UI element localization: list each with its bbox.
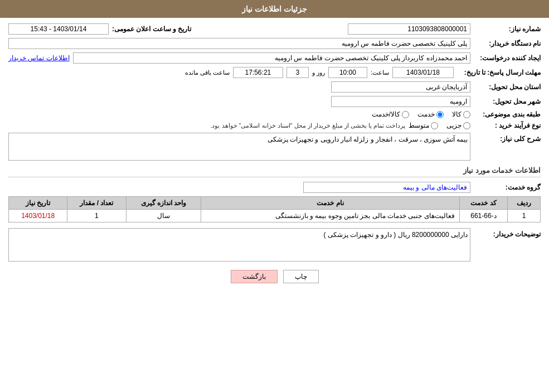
service-group-value: فعالیت‌های مالی و بیمه bbox=[303, 182, 470, 193]
need-description-value: بیمه آتش سوزی ، سرقت ، انفجار و زلزله ان… bbox=[8, 133, 470, 161]
category-option-kala: کالا bbox=[452, 110, 470, 118]
buttons-row: چاپ بازگشت bbox=[8, 270, 541, 283]
table-row: 1 د-66-661 فعالیت‌های جنبی خدمات مالی بج… bbox=[9, 210, 541, 222]
row-service-group: گروه خدمت: فعالیت‌های مالی و بیمه bbox=[8, 182, 541, 193]
need-number-value: 1103093808000001 bbox=[348, 23, 470, 35]
print-button[interactable]: چاپ bbox=[283, 270, 319, 283]
province-label: استان محل تحویل: bbox=[474, 83, 541, 91]
buyer-notes-value: دارایی 8200000000 ریال ( دارو و تجهیزات … bbox=[8, 228, 470, 262]
service-info-title: اطلاعات خدمات مورد نیاز bbox=[8, 166, 541, 177]
cell-unit-0: سال bbox=[126, 210, 201, 222]
category-option-khedmat: خدمت bbox=[417, 110, 444, 118]
need-number-label: شماره نیاز: bbox=[474, 25, 541, 33]
page-container: جزئیات اطلاعات نیاز شماره نیاز: 11030938… bbox=[0, 0, 549, 392]
row-creator: ایجاد کننده درخواست: احمد محمدزاده کاربر… bbox=[8, 52, 541, 64]
purchase-radio-group: جزیی متوسط bbox=[409, 122, 470, 129]
row-buyer-notes: توضیحات خریدار: دارایی 8200000000 ریال (… bbox=[8, 228, 541, 262]
col-header-code: کد خدمت bbox=[459, 197, 508, 210]
deadline-days: 3 bbox=[286, 67, 309, 78]
radio-motavasset-label: متوسط bbox=[409, 122, 429, 129]
contact-link[interactable]: اطلاعات تماس خریدار bbox=[8, 54, 70, 62]
buyer-notes-label: توضیحات خریدار: bbox=[474, 228, 541, 238]
row-deadline: مهلت ارسال پاسخ: تا تاریخ: 1403/01/18 سا… bbox=[8, 67, 541, 78]
deadline-remaining-label: ساعت باقی مانده bbox=[185, 69, 230, 76]
row-need-description: شرح کلی نیاز: بیمه آتش سوزی ، سرقت ، انف… bbox=[8, 133, 541, 161]
radio-khedmat-label: خدمت bbox=[417, 110, 435, 118]
col-header-date: تاریخ نیاز bbox=[9, 197, 67, 210]
deadline-time-label: ساعت: bbox=[371, 69, 389, 76]
org-name-label: نام دستگاه خریدار: bbox=[474, 40, 541, 47]
purchase-option-motavasset: متوسط bbox=[409, 122, 438, 129]
row-province: استان محل تحویل: آذربایجان غربی bbox=[8, 81, 541, 93]
radio-kala[interactable] bbox=[463, 111, 470, 118]
purchase-note: پرداخت تمام یا بخشی از مبلغ خریدار از مح… bbox=[210, 122, 405, 129]
radio-jozi[interactable] bbox=[463, 122, 470, 129]
col-header-name: نام خدمت bbox=[201, 197, 459, 210]
cell-code-0: د-66-661 bbox=[459, 210, 508, 222]
org-name-value: پلی کلینیک تخصصی حضرت فاطمه س ارومیه bbox=[8, 38, 470, 49]
page-header: جزئیات اطلاعات نیاز bbox=[0, 0, 549, 18]
cell-date-0: 1403/01/18 bbox=[9, 210, 67, 222]
announcement-label: تاریخ و ساعت اعلان عمومی: bbox=[112, 25, 191, 33]
radio-jozi-label: جزیی bbox=[446, 122, 461, 129]
radio-kala-label: کالا bbox=[452, 110, 461, 118]
back-button[interactable]: بازگشت bbox=[231, 270, 278, 283]
announcement-value: 1403/01/14 - 15:43 bbox=[8, 23, 109, 35]
radio-khedmat[interactable] bbox=[436, 111, 444, 118]
need-description-label: شرح کلی نیاز: bbox=[474, 133, 541, 143]
purchase-type-label: نوع فرآیند خرید : bbox=[474, 122, 541, 129]
page-title: جزئیات اطلاعات نیاز bbox=[242, 4, 307, 13]
row-purchase-type: نوع فرآیند خرید : جزیی متوسط پرداخت تمام… bbox=[8, 122, 541, 129]
purchase-option-jozi: جزیی bbox=[446, 122, 470, 129]
category-radio-group: کالا خدمت کالا/خدمت bbox=[372, 110, 470, 118]
creator-value: احمد محمدزاده کاربرداز پلی کلینیک تخصصی … bbox=[73, 52, 470, 64]
deadline-label: مهلت ارسال پاسخ: تا تاریخ: bbox=[457, 69, 541, 76]
radio-kala-khedmat-label: کالا/خدمت bbox=[372, 110, 400, 118]
cell-name-0: فعالیت‌های جنبی خدمات مالی بجز تامین وجو… bbox=[201, 210, 459, 222]
cell-qty-0: 1 bbox=[67, 210, 126, 222]
col-header-unit: واحد اندازه گیری bbox=[126, 197, 201, 210]
creator-label: ایجاد کننده درخواست: bbox=[474, 54, 541, 62]
cell-row-0: 1 bbox=[508, 210, 541, 222]
col-header-qty: تعداد / مقدار bbox=[67, 197, 126, 210]
radio-kala-khedmat[interactable] bbox=[402, 111, 409, 118]
row-org-name: نام دستگاه خریدار: پلی کلینیک تخصصی حضرت… bbox=[8, 38, 541, 49]
deadline-remaining: 17:56:21 bbox=[233, 67, 283, 78]
service-table: ردیف کد خدمت نام خدمت واحد اندازه گیری ت… bbox=[8, 196, 541, 222]
category-option-kala-khedmat: کالا/خدمت bbox=[372, 110, 409, 118]
deadline-time: 10:00 bbox=[328, 67, 367, 78]
city-label: شهر محل تحویل: bbox=[474, 98, 541, 105]
province-value: آذربایجان غربی bbox=[331, 81, 470, 93]
service-group-label: گروه خدمت: bbox=[474, 183, 541, 191]
deadline-date: 1403/01/18 bbox=[392, 67, 454, 78]
col-header-row: ردیف bbox=[508, 197, 541, 210]
radio-motavasset[interactable] bbox=[431, 122, 438, 129]
row-category: طبقه بندی موضوعی: کالا خدمت کالا/خدمت bbox=[8, 110, 541, 118]
table-header-row: ردیف کد خدمت نام خدمت واحد اندازه گیری ت… bbox=[9, 197, 541, 210]
row-city: شهر محل تحویل: ارومیه bbox=[8, 96, 541, 107]
category-label: طبقه بندی موضوعی: bbox=[474, 110, 541, 118]
row-need-number: شماره نیاز: 1103093808000001 تاریخ و ساع… bbox=[8, 23, 541, 35]
main-content: شماره نیاز: 1103093808000001 تاریخ و ساع… bbox=[0, 18, 549, 297]
deadline-days-label: روز و bbox=[312, 69, 325, 76]
city-value: ارومیه bbox=[331, 96, 470, 107]
